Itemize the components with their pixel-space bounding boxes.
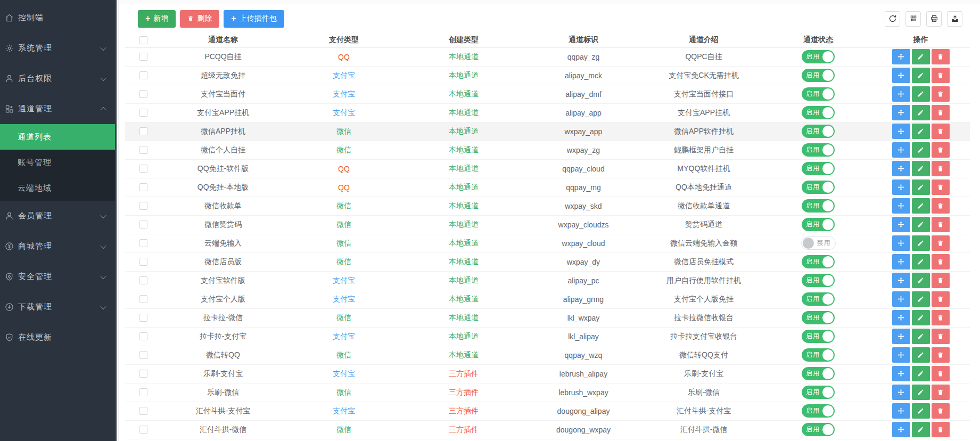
add-button[interactable]: + 新增 [138, 10, 176, 28]
sidebar-item-system[interactable]: 系统管理 [0, 33, 117, 63]
move-button[interactable] [892, 235, 910, 251]
row-checkbox[interactable] [139, 239, 147, 247]
row-checkbox[interactable] [139, 370, 147, 378]
row-checkbox[interactable] [139, 220, 147, 228]
delete-row-button[interactable] [932, 366, 950, 381]
sidebar-item-member[interactable]: 会员管理 [0, 201, 117, 231]
delete-row-button[interactable] [932, 161, 950, 176]
move-button[interactable] [892, 422, 910, 437]
edit-button[interactable] [912, 403, 930, 419]
sidebar-subitem-channel-list[interactable]: 通道列表 [0, 124, 117, 150]
edit-button[interactable] [912, 124, 930, 139]
select-all-checkbox[interactable] [139, 36, 147, 44]
edit-button[interactable] [912, 179, 930, 195]
delete-button[interactable]: 删除 [180, 10, 219, 28]
row-checkbox[interactable] [139, 332, 147, 340]
edit-button[interactable] [912, 347, 930, 363]
row-checkbox[interactable] [139, 53, 147, 61]
row-checkbox[interactable] [139, 90, 147, 98]
status-toggle[interactable]: 启用 [802, 162, 835, 175]
status-toggle[interactable]: 启用 [802, 292, 835, 306]
delete-row-button[interactable] [932, 49, 950, 64]
status-toggle[interactable]: 启用 [802, 348, 835, 362]
delete-row-button[interactable] [932, 310, 950, 325]
sidebar-item-mall[interactable]: 商城管理 [0, 231, 117, 262]
move-button[interactable] [892, 142, 910, 158]
status-toggle[interactable]: 启用 [802, 106, 835, 119]
sidebar-item-console[interactable]: 控制端 [0, 3, 117, 33]
status-toggle[interactable]: 启用 [802, 255, 835, 268]
move-button[interactable] [892, 217, 910, 232]
row-checkbox[interactable] [139, 426, 147, 434]
edit-button[interactable] [912, 329, 930, 344]
move-button[interactable] [892, 198, 910, 214]
delete-row-button[interactable] [932, 105, 950, 120]
move-button[interactable] [892, 86, 910, 102]
status-toggle[interactable]: 启用 [802, 125, 835, 138]
row-checkbox[interactable] [139, 295, 147, 303]
move-button[interactable] [892, 403, 910, 419]
sidebar-item-channel[interactable]: 通道管理 [0, 94, 117, 124]
delete-row-button[interactable] [932, 329, 950, 344]
upload-plugin-button[interactable]: + 上传插件包 [224, 10, 284, 28]
row-checkbox[interactable] [139, 146, 147, 154]
edit-button[interactable] [912, 49, 930, 64]
move-button[interactable] [892, 273, 910, 288]
move-button[interactable] [892, 49, 910, 64]
edit-button[interactable] [912, 385, 930, 400]
delete-row-button[interactable] [932, 179, 950, 195]
move-button[interactable] [892, 385, 910, 400]
move-button[interactable] [892, 124, 910, 139]
status-toggle[interactable]: 启用 [802, 367, 835, 380]
edit-button[interactable] [912, 310, 930, 325]
row-checkbox[interactable] [139, 71, 147, 79]
delete-row-button[interactable] [932, 254, 950, 270]
move-button[interactable] [892, 291, 910, 307]
status-toggle[interactable]: 启用 [802, 386, 835, 399]
delete-row-button[interactable] [932, 291, 950, 307]
delete-row-button[interactable] [932, 235, 950, 251]
delete-row-button[interactable] [932, 198, 950, 214]
row-checkbox[interactable] [139, 407, 147, 415]
delete-row-button[interactable] [932, 124, 950, 139]
sidebar-subitem-account[interactable]: 账号管理 [0, 150, 117, 175]
edit-button[interactable] [912, 86, 930, 102]
move-button[interactable] [892, 179, 910, 195]
edit-button[interactable] [912, 422, 930, 437]
row-checkbox[interactable] [139, 276, 147, 284]
edit-button[interactable] [912, 217, 930, 232]
edit-button[interactable] [912, 198, 930, 214]
row-checkbox[interactable] [139, 258, 147, 266]
row-checkbox[interactable] [139, 183, 147, 191]
sidebar-scrollbar[interactable] [115, 0, 117, 441]
sidebar-item-online-update[interactable]: 在线更新 [0, 322, 117, 353]
row-checkbox[interactable] [139, 314, 147, 322]
status-toggle[interactable]: 启用 [802, 87, 835, 101]
refresh-button[interactable] [885, 11, 900, 27]
move-button[interactable] [892, 310, 910, 325]
edit-button[interactable] [912, 254, 930, 270]
move-button[interactable] [892, 366, 910, 381]
move-button[interactable] [892, 254, 910, 270]
row-checkbox[interactable] [139, 165, 147, 173]
status-toggle[interactable]: 启用 [802, 69, 835, 82]
delete-row-button[interactable] [932, 422, 950, 437]
status-toggle[interactable]: 启用 [802, 274, 835, 287]
row-checkbox[interactable] [139, 127, 147, 135]
edit-button[interactable] [912, 366, 930, 381]
sidebar-item-security[interactable]: 安全管理 [0, 262, 117, 292]
move-button[interactable] [892, 329, 910, 344]
status-toggle[interactable]: 启用 [802, 143, 835, 157]
status-toggle[interactable]: 启用 [802, 330, 835, 343]
delete-row-button[interactable] [932, 217, 950, 232]
status-toggle[interactable]: 启用 [802, 423, 835, 436]
row-checkbox[interactable] [139, 109, 147, 117]
sidebar-item-download[interactable]: 下载管理 [0, 292, 117, 322]
edit-button[interactable] [912, 142, 930, 158]
delete-row-button[interactable] [932, 86, 950, 102]
status-toggle[interactable]: 启用 [802, 404, 835, 418]
edit-button[interactable] [912, 235, 930, 251]
edit-button[interactable] [912, 291, 930, 307]
move-button[interactable] [892, 161, 910, 176]
status-toggle[interactable]: 启用 [802, 218, 835, 231]
